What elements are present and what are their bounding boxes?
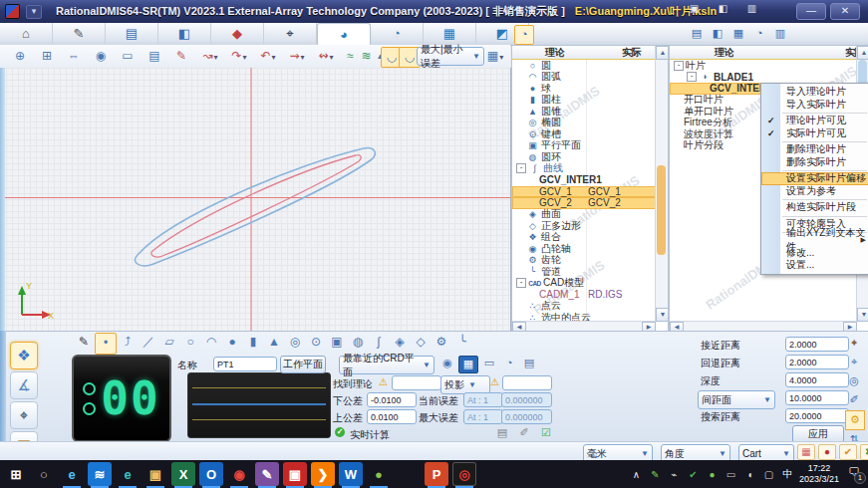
feature-parallel-planes-icon[interactable]: ▣: [327, 333, 347, 353]
menu-set-as-reference[interactable]: ✓ 设置为参考 ▶: [761, 185, 868, 198]
search-distance-input[interactable]: [785, 408, 849, 423]
blade-profile-actual[interactable]: [151, 155, 361, 257]
blade-compare-icon[interactable]: ⇝: [287, 47, 307, 66]
feature-plane-icon[interactable]: ▱: [159, 333, 179, 353]
expander-icon[interactable]: [674, 96, 682, 104]
panel-tool-icon-3[interactable]: ▦: [729, 25, 747, 43]
tab-report[interactable]: ▤: [106, 23, 158, 44]
tree-item-surface[interactable]: ◈ 曲面: [512, 209, 656, 221]
expander-icon[interactable]: -: [674, 61, 684, 71]
tool-settings-icon[interactable]: ⚙: [845, 410, 865, 430]
status-probe-icon[interactable]: ▦: [797, 444, 815, 460]
tool-magnifier-icon[interactable]: ◎: [845, 372, 863, 390]
tab-blade[interactable]: ◕: [317, 23, 371, 45]
scroll-down-arrow[interactable]: ▼: [857, 308, 868, 322]
expander-icon[interactable]: [516, 141, 524, 149]
window-layout-icon-1[interactable]: ▣: [688, 3, 701, 14]
minimize-button[interactable]: —: [796, 3, 826, 20]
tree-item-blade1[interactable]: - ◗ BLADE1: [670, 72, 857, 84]
grid-display-button[interactable]: ▦: [485, 47, 505, 66]
cad-viewport[interactable]: Y X: [0, 68, 511, 331]
menu-settings[interactable]: ✓ 设置... ▶: [761, 259, 868, 272]
scrollbar-thumb[interactable]: [657, 165, 666, 255]
expander-icon[interactable]: [700, 85, 708, 93]
feature-align-icon[interactable]: ⤴: [118, 333, 138, 353]
probe-small-icon[interactable]: ✐: [515, 425, 533, 441]
menu-modify[interactable]: ✓ 修改... ▶: [761, 247, 868, 260]
menu-theory-blade-visible[interactable]: ✓ 理论叶片可见 ▶: [761, 115, 868, 127]
feature-ellipse-icon[interactable]: ◎: [285, 333, 305, 353]
tree-item-parallel-planes[interactable]: ▣ 平行平面: [512, 140, 656, 152]
tray-ime[interactable]: 中: [781, 467, 794, 481]
expander-icon[interactable]: -: [687, 72, 697, 82]
expander-icon[interactable]: [516, 96, 524, 104]
foxit-icon[interactable]: ❯: [311, 462, 335, 486]
close-button[interactable]: ✕: [830, 3, 860, 20]
feature-arc-icon[interactable]: ◠: [201, 333, 221, 353]
menu-export-xyz[interactable]: ✓ 输出XYZ到文本文件 ▶: [761, 234, 868, 247]
feature-surface-icon[interactable]: ◈: [390, 333, 410, 353]
blade-section-icon[interactable]: ↝: [200, 47, 220, 66]
pan-view-icon[interactable]: ⇔: [64, 47, 84, 66]
tray-wechat-icon[interactable]: ●: [706, 469, 719, 480]
menu-delete-theory-blade[interactable]: ✓ 删除理论叶片 ▶: [761, 143, 868, 156]
graph-mode-icon[interactable]: ▦: [458, 356, 478, 373]
upper-tolerance-input[interactable]: [367, 409, 417, 424]
tree-item-group[interactable]: ❖ 组合: [512, 232, 656, 244]
menu-construct-actual-segment[interactable]: ✓ 构造实际叶片段 ▶: [761, 201, 868, 214]
feature-gear-icon[interactable]: ⚙: [432, 333, 451, 353]
powerpoint-icon[interactable]: P: [425, 462, 448, 486]
expander-icon[interactable]: [516, 268, 524, 276]
tray-network-icon[interactable]: ▢: [762, 469, 775, 480]
expander-icon[interactable]: -: [516, 278, 526, 288]
paint-icon[interactable]: ✎: [255, 462, 279, 486]
part-view-button[interactable]: ❖: [10, 342, 38, 369]
actual-column-header[interactable]: 实际: [622, 46, 642, 60]
tray-pen-icon[interactable]: ✎: [649, 469, 662, 480]
ie-icon[interactable]: e: [60, 462, 84, 486]
tree-item-slot[interactable]: ⊙ 键槽: [512, 128, 656, 140]
tree-item-arc[interactable]: ◠ 圆弧: [512, 72, 656, 84]
scroll-down-arrow[interactable]: ▼: [656, 308, 669, 322]
expander-icon[interactable]: [516, 62, 524, 70]
status-check-icon[interactable]: ✔: [839, 444, 857, 460]
window-layout-icon-2[interactable]: ◧: [717, 3, 729, 14]
tray-camera-icon[interactable]: ▭: [724, 469, 737, 480]
depth-input[interactable]: [785, 372, 849, 387]
chrome-icon[interactable]: ◉: [227, 462, 251, 486]
table-mode-icon[interactable]: ▤: [520, 356, 538, 371]
wechat-icon[interactable]: ●: [367, 462, 391, 486]
tree-item-polygon[interactable]: ◇ 正多边形: [512, 220, 656, 232]
tree-item-camshaft[interactable]: ◉ 凸轮轴: [512, 243, 656, 255]
projection-input[interactable]: [502, 375, 552, 390]
scroll-up-arrow[interactable]: ▲: [656, 46, 669, 60]
feature-torus-icon[interactable]: ◍: [348, 333, 368, 353]
tray-antivirus-icon[interactable]: ✔: [687, 469, 700, 480]
tree-item-gcv-2[interactable]: GCV_2 GCV_2: [512, 197, 656, 209]
feature-name-input[interactable]: [213, 357, 277, 371]
tray-volume-icon[interactable]: ◖: [743, 469, 756, 480]
blade-eval-icon[interactable]: ↶: [258, 47, 278, 66]
window-layout-icon-3[interactable]: ▥: [745, 3, 758, 14]
start-button[interactable]: ⊞: [4, 462, 28, 486]
expander-icon[interactable]: [674, 130, 682, 138]
notification-center-icon[interactable]: 🗨1: [844, 465, 864, 483]
blade-fit-icon[interactable]: ↷: [229, 47, 249, 66]
expander-icon[interactable]: [516, 73, 524, 81]
probe-config-icon[interactable]: ✎: [74, 333, 94, 353]
find-theory-input[interactable]: [392, 375, 441, 390]
tree-item-curve[interactable]: - ∫ 曲线: [512, 163, 656, 175]
theory-column-header[interactable]: 理论: [512, 46, 598, 60]
feature-pipe-icon[interactable]: ╰: [452, 333, 472, 353]
expander-icon[interactable]: [516, 233, 524, 241]
tree-item-circle[interactable]: ○ 圆: [512, 60, 656, 72]
expander-icon[interactable]: [516, 119, 524, 126]
expander-icon[interactable]: [674, 119, 682, 126]
expander-icon[interactable]: [529, 291, 537, 299]
tree-item-cad-model[interactable]: - CAD CAD模型: [512, 278, 656, 290]
tab-tools[interactable]: ▦: [424, 23, 476, 44]
tree-item-blade-root[interactable]: - 叶片: [670, 60, 857, 72]
blade-profile-theory[interactable]: [135, 148, 375, 266]
menu-import-actual-blade[interactable]: ✓ 导入实际叶片 ▶: [761, 99, 868, 112]
vertical-scrollbar[interactable]: ▲ ▼: [655, 46, 668, 322]
